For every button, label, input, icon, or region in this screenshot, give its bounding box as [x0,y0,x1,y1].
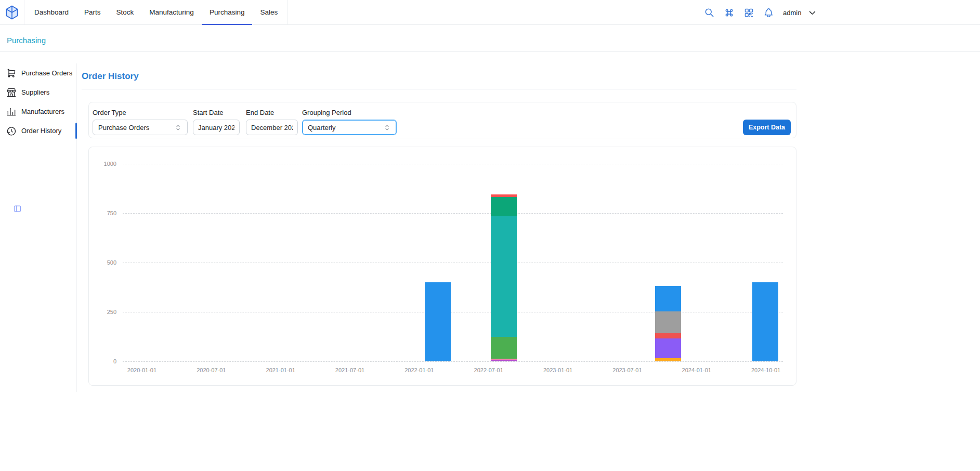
y-axis-label: 250 [107,309,116,315]
gridline [123,361,783,362]
collapse-sidebar-icon[interactable] [13,204,22,213]
x-axis-label: 2021-07-01 [335,367,364,373]
gridline [123,213,783,214]
sidebar-item-order-history[interactable]: Order History [4,121,76,140]
selector-chevrons-icon [383,124,391,132]
page-title: Order History [82,71,139,82]
gridline [123,312,783,312]
tab-purchasing[interactable]: Purchasing [202,0,253,25]
grouping-period-value: Quarterly [308,124,335,132]
stacked-bar [752,164,778,361]
x-axis-label: 2024-10-01 [751,367,780,373]
shopping-cart-icon [6,68,17,78]
qr-scan-icon[interactable] [743,7,754,18]
x-axis-label: 2020-07-01 [197,367,226,373]
nav-tabs: Dashboard Parts Stock Manufacturing Purc… [24,0,288,25]
y-axis-label: 0 [113,358,116,364]
gridline [123,263,783,263]
bar-segment [655,358,681,361]
bar-segment [655,333,681,338]
user-menu-label[interactable]: admin [783,9,801,17]
divider [82,89,796,89]
sidebar: Purchase Orders Suppliers Manufacturers [4,63,76,392]
gridline [123,164,783,164]
x-axis-label: 2021-01-01 [266,367,295,373]
bar-segment [491,197,517,216]
stacked-bar-chart: 1000 750 500 250 0 2020-01-01 2020-07-01… [123,164,783,361]
tab-parts[interactable]: Parts [76,0,109,25]
y-axis-label: 500 [107,259,116,266]
x-axis-label: 2024-01-01 [682,367,711,373]
chart-panel: 1000 750 500 250 0 2020-01-01 2020-07-01… [88,147,796,386]
sidebar-item-suppliers[interactable]: Suppliers [4,83,76,102]
tab-manufacturing[interactable]: Manufacturing [141,0,202,25]
end-date-input[interactable] [246,120,298,135]
x-axis-label: 2023-07-01 [612,367,642,373]
filters-panel: Order Type Start Date End Date Grouping … [88,102,796,138]
bar-segment [491,216,517,337]
breadcrumb-purchasing[interactable]: Purchasing [7,36,46,45]
command-palette-icon[interactable] [724,7,735,18]
navbar-actions: admin [704,0,817,25]
stacked-bar [425,164,451,361]
bar-segment [655,338,681,359]
notifications-bell-icon[interactable] [763,7,774,18]
tab-sales[interactable]: Sales [252,0,285,25]
x-axis-label: 2020-01-01 [127,367,156,373]
bar-segment [491,337,517,359]
bar-chart-icon [6,107,17,117]
chevron-down-icon[interactable] [808,8,817,17]
order-type-select[interactable]: Purchase Orders [93,120,188,135]
sidebar-item-label: Order History [21,127,61,135]
x-axis-label: 2022-07-01 [474,367,503,373]
sidebar-item-label: Suppliers [21,88,49,96]
stacked-bar [491,164,517,361]
sidebar-item-label: Purchase Orders [21,69,72,77]
top-navbar: Dashboard Parts Stock Manufacturing Purc… [0,0,980,25]
bar-segment [655,286,681,311]
sidebar-item-purchase-orders[interactable]: Purchase Orders [4,63,76,83]
tab-dashboard[interactable]: Dashboard [27,0,76,25]
bar-segment [425,282,451,361]
selector-chevrons-icon [174,124,182,132]
stacked-bar [655,164,681,361]
bar-segment [752,282,778,361]
x-axis-label: 2023-01-01 [543,367,572,373]
history-clock-icon [6,126,17,136]
sidebar-item-label: Manufacturers [21,108,64,115]
breadcrumb-bar: Purchasing [0,25,980,52]
bar-segment [655,311,681,333]
y-axis-label: 750 [107,210,116,216]
start-date-input[interactable] [193,120,240,135]
end-date-label: End Date [246,109,274,116]
y-axis-label: 1000 [104,161,116,167]
export-data-button[interactable]: Export Data [743,120,791,135]
app-logo-icon[interactable] [4,5,20,20]
grouping-period-select[interactable]: Quarterly [302,120,397,135]
x-axis-label: 2022-01-01 [404,367,434,373]
order-type-value: Purchase Orders [98,124,149,132]
search-icon[interactable] [704,7,715,18]
building-store-icon [6,87,17,98]
tab-stock[interactable]: Stock [109,0,142,25]
bar-segment [491,360,517,361]
start-date-label: Start Date [193,109,224,116]
sidebar-item-manufacturers[interactable]: Manufacturers [4,102,76,121]
grouping-period-label: Grouping Period [302,109,351,116]
order-type-label: Order Type [93,109,126,116]
